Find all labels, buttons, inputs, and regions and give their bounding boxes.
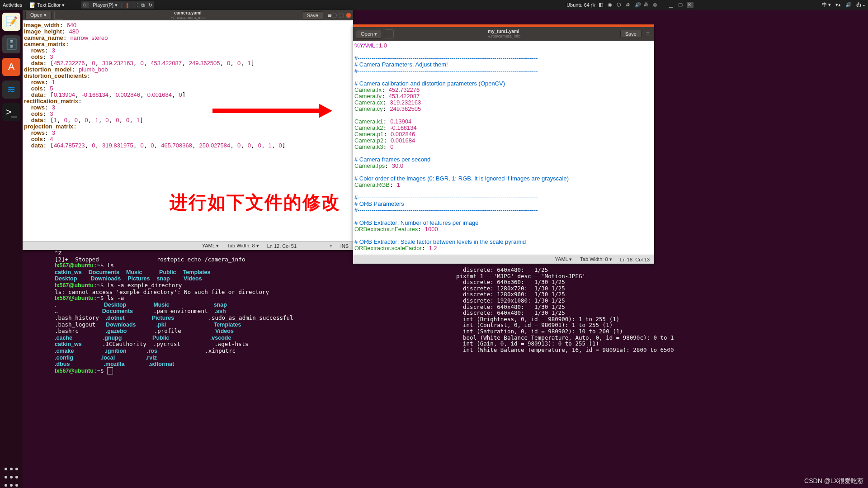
cursor-pos: Ln 12, Col 51 bbox=[267, 243, 321, 249]
volume-icon[interactable]: 🔊 bbox=[845, 2, 852, 8]
file-path: ~/.ros/camera_info bbox=[171, 15, 205, 20]
tab-width[interactable]: Tab Width: 8 bbox=[580, 256, 612, 262]
dock-vscode[interactable]: ≋ bbox=[2, 81, 20, 99]
app-menu-label: Text Editor ▾ bbox=[37, 2, 65, 8]
terminal-right[interactable]: discrete: 640x480: 1/25 pixfmt 1 = 'MJPG… bbox=[456, 267, 655, 362]
fullscreen-icon[interactable]: ⛶ bbox=[132, 2, 137, 8]
vmware-player-menu[interactable]: Player(P) ▾ bbox=[93, 2, 118, 8]
insert-mode[interactable]: INS bbox=[340, 243, 349, 249]
statusbar: YAML Tab Width: 8 Ln 12, Col 51 ▾ INS bbox=[23, 241, 353, 250]
new-tab-icon[interactable] bbox=[385, 29, 394, 38]
unity-icon[interactable]: ⧉ bbox=[141, 2, 145, 8]
open-button[interactable]: Open ▾ bbox=[25, 11, 52, 19]
dock-text-editor[interactable]: 📝 bbox=[2, 13, 20, 31]
vm-print-icon[interactable]: 🖶 bbox=[644, 2, 650, 8]
code-area[interactable]: %YAML:1.0 #-----------------------------… bbox=[353, 41, 654, 255]
app-menu[interactable]: 📝 Text Editor ▾ bbox=[29, 2, 65, 8]
ubuntu-dock: 🦊 🗄️ A ≋ >_ 📝 bbox=[0, 10, 23, 488]
menu-icon[interactable]: ≡ bbox=[326, 12, 333, 19]
titlebar[interactable]: my_tum1.yaml~/.ros/camera_info Open ▾ Sa… bbox=[353, 27, 654, 41]
pause-icon[interactable]: ‖ bbox=[126, 2, 129, 8]
titlebar[interactable]: camera.yaml~/.ros/camera_info Open ▾ Sav… bbox=[23, 10, 353, 20]
input-lang[interactable]: 中 ▾ bbox=[822, 1, 831, 8]
editor-window-my-tum1-yaml: my_tum1.yaml~/.ros/camera_info Open ▾ Sa… bbox=[353, 24, 654, 264]
vm-net-icon[interactable]: 🖧 bbox=[626, 2, 632, 8]
file-title: my_tum1.yaml bbox=[488, 29, 519, 34]
save-button[interactable]: Save bbox=[620, 30, 642, 38]
vm-disk-icon[interactable]: ◎ bbox=[653, 2, 659, 8]
max-button[interactable] bbox=[339, 13, 344, 18]
home-icon[interactable]: ⌂ bbox=[83, 2, 89, 8]
cursor-pos: Ln 18, Col 13 bbox=[620, 257, 650, 262]
power-icon[interactable]: ⏻ ▾ bbox=[856, 2, 865, 8]
file-title: camera.yaml bbox=[174, 11, 202, 15]
open-button[interactable]: Open ▾ bbox=[356, 30, 382, 38]
close-icon[interactable]: ✕ bbox=[687, 2, 693, 8]
activities-button[interactable]: Activities bbox=[3, 2, 22, 8]
file-path: ~/.ros/camera_info bbox=[487, 34, 521, 38]
terminal-left[interactable]: ^Z [2]+ Stopped rostopic echo /camera_in… bbox=[55, 250, 430, 368]
dock-software[interactable]: A bbox=[2, 58, 20, 76]
syntax-mode[interactable]: YAML bbox=[555, 256, 572, 262]
network-icon[interactable]: ▾▴ bbox=[835, 2, 841, 8]
vm-sound-icon[interactable]: 🔊 bbox=[635, 2, 641, 8]
annotation-text: 进行如下文件的修改 bbox=[170, 190, 340, 215]
system-tray: 中 ▾ ▾▴ 🔊 ⏻ ▾ bbox=[822, 1, 865, 8]
close-button[interactable] bbox=[346, 13, 351, 18]
dock-files[interactable]: 🗄️ bbox=[2, 35, 20, 53]
minimize-icon[interactable]: ▁ bbox=[669, 2, 675, 8]
dock-show-apps[interactable] bbox=[3, 465, 19, 482]
dock-terminal[interactable]: >_ bbox=[2, 103, 20, 121]
syntax-mode[interactable]: YAML bbox=[202, 243, 219, 249]
maximize-icon[interactable]: ▢ bbox=[678, 2, 684, 8]
new-tab-icon[interactable] bbox=[54, 11, 63, 20]
menu-icon[interactable]: ≡ bbox=[644, 30, 651, 38]
vm-cd-icon[interactable]: ◉ bbox=[608, 2, 614, 8]
cycle-icon[interactable]: ↻ bbox=[148, 2, 152, 8]
save-button[interactable]: Save bbox=[302, 11, 323, 19]
vmware-toolbar: ⌂ Player(P) ▾ | ‖ ⛶ ⧉ ↻ bbox=[81, 1, 154, 9]
vm-device-icon[interactable]: ◧ bbox=[599, 2, 605, 8]
vm-name-label: Ubuntu 64 位 bbox=[566, 2, 596, 9]
vm-usb-icon[interactable]: ⬡ bbox=[617, 2, 623, 8]
watermark: CSDN @LX很爱吃葱 bbox=[804, 477, 863, 485]
tab-width[interactable]: Tab Width: 8 bbox=[227, 243, 259, 249]
ubuntu-menubar: Activities 📝 Text Editor ▾ ⌂ Player(P) ▾… bbox=[0, 0, 868, 10]
